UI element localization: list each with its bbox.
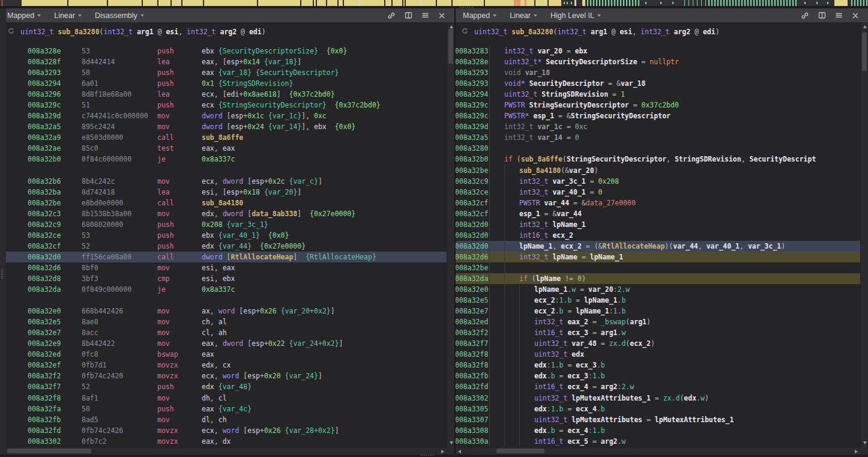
disasm-row[interactable]: 008a32e98b442422moveax, dword [esp+0x22 … bbox=[0, 338, 447, 349]
hlil-row[interactable]: 008a32cfesp_1 = &var_44 bbox=[456, 208, 860, 219]
function-signature-row[interactable]: uint32_t sub_8a3280(int32_t arg1 @ esi, … bbox=[456, 26, 860, 37]
menu-icon[interactable] bbox=[835, 11, 843, 19]
disasm-row[interactable]: 008a32b68b4c242cmovecx, dword [esp+0x2c … bbox=[0, 176, 447, 187]
disasm-row[interactable]: 008a32e0668b442426movax, word [esp+0x26 … bbox=[0, 306, 447, 316]
close-icon[interactable] bbox=[438, 12, 445, 19]
disasm-row[interactable]: 008a32c96808020000push0x208 {var_3c_1} bbox=[0, 219, 447, 230]
scroll-down-button[interactable] bbox=[447, 439, 455, 447]
split-pane-icon[interactable] bbox=[405, 11, 412, 19]
disasm-row[interactable]: 008a329dc744241c0c000000movdword [esp+0x… bbox=[0, 110, 447, 121]
vertical-scrollbar-thumb[interactable] bbox=[448, 29, 453, 64]
disasm-row[interactable]: 008a328f8d442414leaeax, [esp+0x14 {var_1… bbox=[0, 56, 447, 67]
view-type-dropdown[interactable]: High Level IL bbox=[550, 11, 601, 20]
disasm-row[interactable]: 008a32ef0fb7d1movzxedx, cx bbox=[0, 360, 447, 371]
link-icon[interactable] bbox=[801, 11, 809, 20]
split-pane-icon[interactable] bbox=[818, 11, 826, 19]
scroll-right-button[interactable] bbox=[439, 447, 447, 455]
hlil-row[interactable]: 008a3293void var_18 bbox=[456, 67, 860, 78]
disasm-row[interactable]: 008a32968d8f18e68a00leaecx, [edi+0x8ae61… bbox=[0, 89, 447, 100]
hlil-row[interactable]: 008a32edint32_t eax_2 = _bswap(arg1) bbox=[456, 316, 860, 327]
view-type-dropdown[interactable]: Disassembly bbox=[95, 11, 144, 20]
hlil-row[interactable]: 008a32fbedx.b = ecx_3:1.b bbox=[456, 371, 860, 381]
scroll-up-button[interactable] bbox=[861, 23, 868, 31]
hlil-row[interactable]: 008a32f8edx:1.b = ecx_3.b bbox=[456, 360, 860, 371]
disasm-row[interactable]: 008a32c38b1538b38a00movedx, dword [data_… bbox=[0, 208, 447, 219]
disasm-row[interactable]: 008a32f88af1movdh, cl bbox=[0, 393, 447, 404]
disasm-row[interactable] bbox=[0, 295, 447, 306]
disasm-row[interactable]: 008a32bee8bd0e0000callsub_8a4180 bbox=[0, 198, 447, 208]
hlil-row[interactable]: 008a32f8uint32_t edx bbox=[456, 349, 860, 360]
hlil-row[interactable]: 008a3294uint32_t StringSDRevision = 1 bbox=[456, 89, 860, 100]
menu-icon[interactable] bbox=[421, 11, 429, 19]
hlil-row[interactable]: 008a3293void* SecurityDescriptor = &var_… bbox=[456, 78, 860, 89]
hlil-row[interactable]: 008a32f7uint32_t var_48 = zx.d(ecx_2) bbox=[456, 338, 860, 349]
disassembly-vertical-scrollbar[interactable] bbox=[447, 23, 454, 447]
hlil-row[interactable]: 008a3283int32_t var_20 = ebx bbox=[456, 46, 860, 56]
hlil-row[interactable]: 008a329cPWSTR StringSecurityDescriptor =… bbox=[456, 100, 860, 110]
hlil-row[interactable]: 008a3308edx.b = ecx_4:1.b bbox=[456, 425, 860, 436]
disasm-row[interactable] bbox=[0, 165, 447, 176]
pane-splitter-grip[interactable] bbox=[421, 455, 435, 456]
scroll-right-button[interactable] bbox=[852, 447, 860, 455]
disasm-row[interactable]: 008a32e78accmovcl, ah bbox=[0, 327, 447, 338]
hlil-row[interactable]: 008a32daif (lpName != 0) bbox=[456, 273, 860, 284]
close-icon[interactable] bbox=[852, 12, 859, 19]
horizontal-scrollbar-thumb[interactable] bbox=[7, 449, 91, 453]
disasm-row[interactable]: 008a32fa50pusheax {var_4c} bbox=[0, 404, 447, 414]
disasm-row[interactable]: 008a329350pusheax {var_18} {SecurityDesc… bbox=[0, 67, 447, 78]
hlil-row[interactable]: 008a32d6int32_t lpName = lpName_1 bbox=[456, 252, 860, 262]
disassembly-horizontal-scrollbar[interactable] bbox=[0, 447, 447, 455]
disasm-row[interactable]: 008a32b00f84c6000000je0x8a337c bbox=[0, 154, 447, 165]
feature-map[interactable] bbox=[0, 0, 868, 6]
vertical-scrollbar-thumb[interactable] bbox=[862, 32, 867, 71]
disasm-row[interactable]: 008a32d68bf0movesi, eax bbox=[0, 262, 447, 273]
disasm-row[interactable]: 008a32f752pushedx {var_48} bbox=[0, 381, 447, 392]
hlil-row[interactable]: 008a32cfPWSTR var_44 = &data_27e0000 bbox=[456, 198, 860, 208]
disasm-row[interactable]: 008a328e53pushebx {SecurityDescriptorSiz… bbox=[0, 46, 447, 56]
hlil-row[interactable]: 008a330aint16_t ecx_5 = arg2.w bbox=[456, 436, 860, 447]
scroll-left-button[interactable] bbox=[456, 447, 463, 455]
hlil-row[interactable]: 008a32e5ecx_2:1.b = lpName_1.b bbox=[456, 295, 860, 306]
hlil-row[interactable]: 008a3280 bbox=[456, 143, 860, 154]
disasm-row[interactable]: 008a32d83bf3cmpesi, ebx bbox=[0, 273, 447, 284]
mapping-mode-dropdown[interactable]: Mapped bbox=[463, 11, 496, 20]
disasm-row[interactable]: 008a32da0f849c000000je0x8a337c bbox=[0, 284, 447, 295]
hlil-row[interactable]: 008a3307uint32_t lpMutexAttributes = lpM… bbox=[456, 414, 860, 425]
hlil-row[interactable]: 008a32ceint32_t var_40_1 = 0 bbox=[456, 187, 860, 198]
hlil-row[interactable]: 008a32c9int32_t var_3c_1 = 0x208 bbox=[456, 176, 860, 187]
hlil-row[interactable]: 008a32f2int16_t ecx_3 = arg1.w bbox=[456, 327, 860, 338]
hlil-row[interactable]: 008a329dint32_t var_1c = 0xc bbox=[456, 121, 860, 132]
hlil-row[interactable]: 008a32a5int32_t var_14 = 0 bbox=[456, 132, 860, 143]
disasm-row[interactable]: 008a32cf52pushedx {var_44} {0x27e0000} bbox=[0, 241, 447, 252]
disasm-row[interactable]: ▲008a32d0ff156ca08a00calldword [RtlAlloc… bbox=[0, 252, 447, 262]
feature-map-resize-grip[interactable] bbox=[460, 7, 473, 8]
hlil-horizontal-scrollbar[interactable] bbox=[456, 447, 860, 455]
scroll-down-button[interactable] bbox=[861, 439, 868, 447]
disasm-row[interactable]: 008a32f20fb74c2420movzxecx, word [esp+0x… bbox=[0, 371, 447, 381]
function-signature-row[interactable]: uint32_t sub_8a3280(int32_t arg1 @ esi, … bbox=[0, 26, 447, 37]
hlil-row[interactable]: 008a3305edx:1.b = ecx_4.b bbox=[456, 404, 860, 414]
hlil-vertical-scrollbar[interactable] bbox=[860, 23, 868, 447]
disasm-row[interactable]: 008a32ba8d742418leaesi, [esp+0x18 {var_2… bbox=[0, 187, 447, 198]
hlil-row[interactable]: 008a32b0if (sub_8a6ffe(StringSecurityDes… bbox=[456, 154, 860, 165]
disasm-row[interactable]: 008a32ce53pushebx {var_40_1} {0x0} bbox=[0, 230, 447, 241]
disasm-row[interactable]: 008a32fd0fb74c2426movzxecx, word [esp+0x… bbox=[0, 425, 447, 436]
layout-mode-dropdown[interactable]: Linear bbox=[54, 11, 82, 20]
hlil-row[interactable]: 008a32be bbox=[456, 262, 860, 273]
disasm-row[interactable]: 008a32fb8ad5movdl, ch bbox=[0, 414, 447, 425]
hlil-row[interactable]: 008a3302uint32_t lpMutexAttributes_1 = z… bbox=[456, 393, 860, 404]
disasm-row[interactable]: 008a32946a01push0x1 {StringSDRevision} bbox=[0, 78, 447, 89]
hlil-row[interactable]: 008a32d0lpName_1, ecx_2 = (&RtlAllocateH… bbox=[456, 241, 860, 252]
horizontal-scrollbar-thumb[interactable] bbox=[496, 449, 544, 453]
splitter-grip[interactable] bbox=[1, 268, 3, 279]
mapping-mode-dropdown[interactable]: Mapped bbox=[7, 11, 41, 20]
disasm-row[interactable]: 008a32a5895c2424movdword [esp+0x24 {var_… bbox=[0, 121, 447, 132]
hlil-row[interactable]: 008a32d0int32_t lpName_1 bbox=[456, 219, 860, 230]
disasm-row[interactable]: 008a33020fb7c2movzxeax, dx bbox=[0, 436, 447, 447]
hlil-row[interactable]: 008a32e0lpName_1.w = var_20:2.w bbox=[456, 284, 860, 295]
hlil-row[interactable]: 008a32besub_8a4180(&var_20) bbox=[456, 165, 860, 176]
disasm-row[interactable]: 008a32ae85c0testeax, eax bbox=[0, 143, 447, 154]
hlil-row[interactable]: 008a329cPWSTR* esp_1 = &StringSecurityDe… bbox=[456, 110, 860, 121]
hlil-row[interactable]: 008a32d0int16_t ecx_2 bbox=[456, 230, 860, 241]
hlil-row[interactable]: 008a32fdint16_t ecx_4 = arg2:2.w bbox=[456, 381, 860, 392]
